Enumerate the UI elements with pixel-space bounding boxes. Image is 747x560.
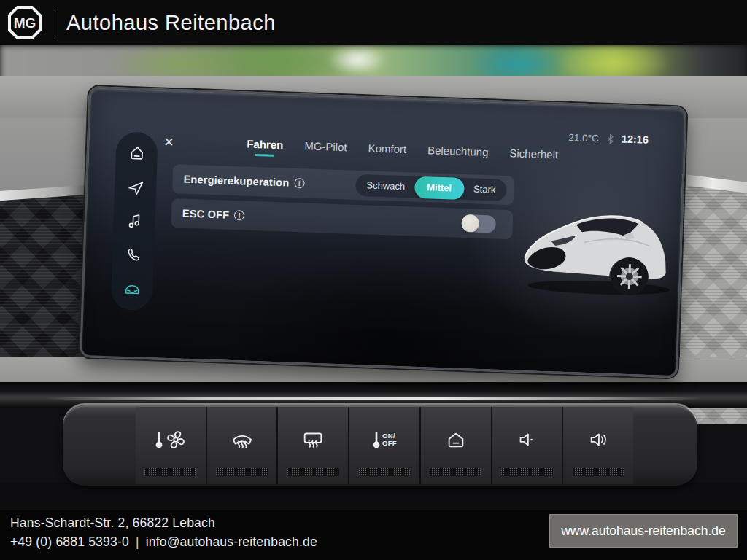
music-icon[interactable] xyxy=(125,211,144,231)
esc-off-label: ESC OFF xyxy=(182,208,245,222)
outside-temperature: 21.0°C xyxy=(568,131,599,143)
volume-down-button[interactable] xyxy=(491,407,562,484)
energierekuperation-text: Energierekuperation xyxy=(183,174,289,189)
dealer-contact: +49 (0) 6881 5393-0 | info@autohaus-reit… xyxy=(10,534,317,550)
settings-list: Energierekuperation Schwach Mittel Stark… xyxy=(171,164,514,244)
option-stark[interactable]: Stark xyxy=(464,178,506,201)
screen-sidebar xyxy=(110,131,158,311)
knurl-texture xyxy=(573,468,624,476)
option-schwach[interactable]: Schwach xyxy=(357,174,415,198)
tab-beleuchtung[interactable]: Beleuchtung xyxy=(427,144,489,164)
setting-row-energierekuperation: Energierekuperation Schwach Mittel Stark xyxy=(172,164,514,205)
tab-komfort[interactable]: Komfort xyxy=(368,141,406,161)
banner-divider xyxy=(53,8,53,37)
esc-off-text: ESC OFF xyxy=(182,208,230,221)
phone-icon[interactable] xyxy=(123,245,143,265)
knurl-texture xyxy=(216,468,268,476)
dealer-photo-page: MG Autohaus Reitenbach 21.0°C 12:16 ✕ xyxy=(0,0,747,560)
mg-logo-icon: MG xyxy=(7,5,42,40)
climate-fan-button[interactable] xyxy=(136,407,206,484)
tab-sicherheit[interactable]: Sicherheit xyxy=(509,147,559,166)
dealer-email: info@autohaus-reitenbach.de xyxy=(146,534,317,550)
knurl-texture xyxy=(144,468,196,476)
dealer-name: Autohaus Reitenbach xyxy=(66,11,276,35)
dashboard-lower xyxy=(0,483,747,510)
on-off-text-line2: OFF xyxy=(382,440,397,447)
dealer-website-box: www.autohaus-reitenbach.de xyxy=(549,514,738,548)
volume-up-button[interactable] xyxy=(562,407,633,484)
knurl-texture xyxy=(287,468,339,476)
temp-on-off-button[interactable]: ON/ OFF xyxy=(348,407,419,484)
home-icon[interactable] xyxy=(127,144,147,163)
tab-mg-pilot[interactable]: MG-Pilot xyxy=(304,139,347,159)
hardware-button-panel: ON/ OFF xyxy=(63,405,697,486)
dealer-website: www.autohaus-reitenbach.de xyxy=(561,524,726,539)
gloss-trim-strip xyxy=(0,382,747,408)
dealer-phone: +49 (0) 6881 5393-0 xyxy=(10,534,129,550)
home-hardkey-button[interactable] xyxy=(419,407,491,484)
climate-fan-icon xyxy=(155,429,187,451)
esc-off-toggle[interactable] xyxy=(461,214,496,233)
volume-down-icon xyxy=(515,429,538,451)
rear-defrost-icon xyxy=(301,428,325,451)
status-bar: 21.0°C 12:16 xyxy=(568,131,649,146)
home-hardkey-icon xyxy=(444,429,468,451)
dashboard-photo: 21.0°C 12:16 ✕ Fahren MG-Pilot Komfort B… xyxy=(0,45,747,510)
knurl-texture xyxy=(501,468,553,476)
bluetooth-icon xyxy=(606,133,615,144)
close-icon[interactable]: ✕ xyxy=(163,136,174,149)
bottom-banner: Hans-Schardt-Str. 2, 66822 Lebach +49 (0… xyxy=(0,510,747,560)
energierekuperation-segmented-control: Schwach Mittel Stark xyxy=(355,174,507,201)
front-defrost-icon xyxy=(230,428,255,451)
toggle-knob xyxy=(461,214,479,233)
info-icon[interactable] xyxy=(234,210,244,220)
vehicle-icon[interactable] xyxy=(122,279,142,299)
knurl-texture xyxy=(430,468,481,476)
rear-defrost-button[interactable] xyxy=(276,407,348,484)
volume-up-icon xyxy=(587,429,610,451)
mg-logo-text: MG xyxy=(14,15,36,31)
option-mittel[interactable]: Mittel xyxy=(414,176,465,200)
info-icon[interactable] xyxy=(294,178,304,188)
temp-on-off-icon: ON/ OFF xyxy=(372,429,397,451)
infotainment-screen: 21.0°C 12:16 ✕ Fahren MG-Pilot Komfort B… xyxy=(80,86,686,378)
clock: 12:16 xyxy=(622,133,649,146)
vehicle-image xyxy=(513,184,676,305)
setting-row-esc-off: ESC OFF xyxy=(171,198,513,239)
settings-tabs: Fahren MG-Pilot Komfort Beleuchtung Sich… xyxy=(247,138,559,167)
navigation-icon[interactable] xyxy=(125,177,145,197)
contact-separator: | xyxy=(136,534,139,550)
dealer-address: Hans-Schardt-Str. 2, 66822 Lebach xyxy=(10,516,215,531)
front-defrost-button[interactable] xyxy=(206,407,277,484)
energierekuperation-label: Energierekuperation xyxy=(183,174,304,190)
tab-fahren[interactable]: Fahren xyxy=(247,138,284,158)
knurl-texture xyxy=(359,468,411,476)
top-banner: MG Autohaus Reitenbach xyxy=(0,0,747,45)
